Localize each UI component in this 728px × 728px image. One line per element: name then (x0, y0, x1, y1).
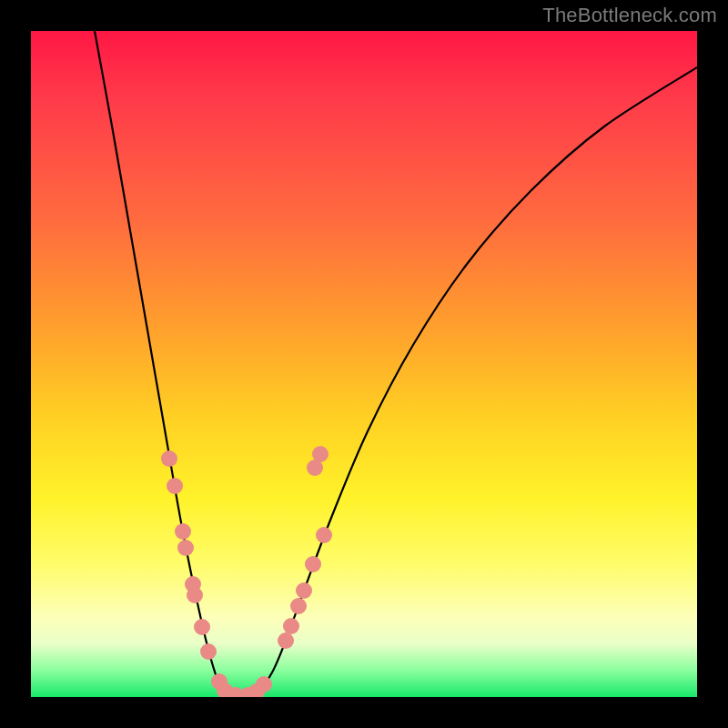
highlight-dot (167, 478, 183, 494)
highlight-dot (278, 632, 294, 649)
highlight-dot (161, 450, 177, 467)
highlight-dot (175, 523, 191, 540)
highlight-dot (283, 618, 299, 634)
highlight-dot (305, 556, 321, 572)
highlight-dot (312, 446, 329, 462)
chart-frame: TheBottleneck.com (0, 0, 728, 728)
watermark-text: TheBottleneck.com (542, 4, 717, 27)
curve-svg (31, 31, 697, 697)
plot-area (31, 31, 697, 697)
highlight-dot (256, 676, 272, 693)
highlight-dot (296, 582, 312, 599)
highlight-dot (194, 619, 210, 635)
highlight-dot (200, 643, 217, 660)
highlight-dot (290, 598, 307, 614)
highlight-dot (316, 527, 332, 543)
marker-group (161, 446, 332, 697)
highlight-dot (187, 587, 203, 603)
bottleneck-curve-path (95, 31, 697, 697)
highlight-dot (177, 540, 194, 556)
